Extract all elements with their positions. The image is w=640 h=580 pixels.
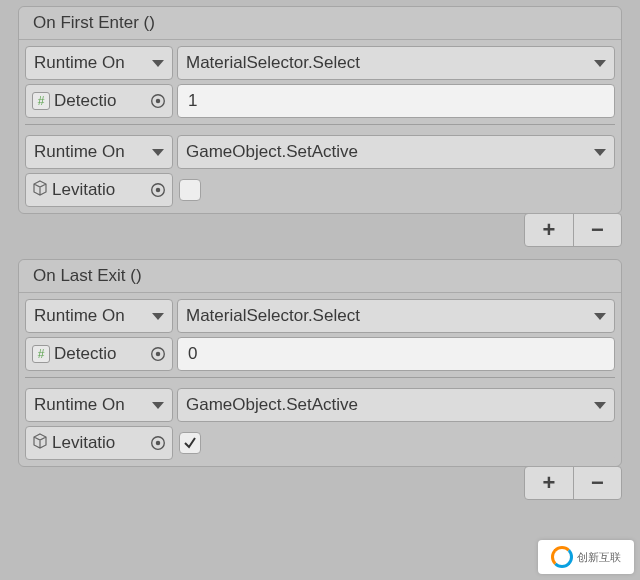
- call-state-dropdown[interactable]: Runtime On: [25, 135, 173, 169]
- chevron-down-icon: [594, 402, 606, 409]
- int-argument-input[interactable]: 1: [177, 84, 615, 118]
- method-label: GameObject.SetActive: [186, 142, 586, 162]
- footer-button-group: + −: [524, 466, 622, 500]
- method-label: GameObject.SetActive: [186, 395, 586, 415]
- event-title: On First Enter (): [33, 13, 155, 32]
- svg-point-7: [156, 441, 161, 446]
- watermark-icon: [551, 546, 573, 568]
- object-picker-icon[interactable]: [148, 180, 168, 200]
- bool-argument-checkbox[interactable]: [179, 179, 201, 201]
- method-dropdown[interactable]: MaterialSelector.Select: [177, 299, 615, 333]
- bool-argument-checkbox[interactable]: [179, 432, 201, 454]
- gameobject-icon: [32, 433, 48, 454]
- event-body: Runtime On MaterialSelector.Select # Det…: [19, 293, 621, 466]
- target-label: Detectio: [54, 91, 144, 111]
- method-label: MaterialSelector.Select: [186, 306, 586, 326]
- script-icon: #: [32, 345, 50, 363]
- chevron-down-icon: [152, 402, 164, 409]
- target-label: Levitatio: [52, 180, 144, 200]
- method-dropdown[interactable]: GameObject.SetActive: [177, 388, 615, 422]
- event-header: On First Enter (): [19, 7, 621, 40]
- chevron-down-icon: [594, 60, 606, 67]
- gameobject-icon: [32, 180, 48, 201]
- method-label: MaterialSelector.Select: [186, 53, 586, 73]
- chevron-down-icon: [152, 60, 164, 67]
- int-argument-value: 0: [188, 344, 197, 364]
- method-dropdown[interactable]: MaterialSelector.Select: [177, 46, 615, 80]
- footer-button-group: + −: [524, 213, 622, 247]
- svg-point-1: [156, 99, 161, 104]
- entry-divider: [25, 124, 615, 125]
- event-entry: Runtime On GameObject.SetActive Levitati…: [25, 388, 615, 460]
- chevron-down-icon: [152, 313, 164, 320]
- event-title: On Last Exit (): [33, 266, 142, 285]
- object-picker-icon[interactable]: [148, 344, 168, 364]
- chevron-down-icon: [594, 149, 606, 156]
- event-header: On Last Exit (): [19, 260, 621, 293]
- watermark-text: 创新互联: [577, 550, 621, 565]
- watermark-badge: 创新互联: [538, 540, 634, 574]
- script-icon: #: [32, 92, 50, 110]
- remove-entry-button[interactable]: −: [573, 214, 621, 246]
- call-state-label: Runtime On: [34, 53, 144, 73]
- event-panel-last-exit: On Last Exit () Runtime On MaterialSelec…: [18, 259, 622, 467]
- object-picker-icon[interactable]: [148, 91, 168, 111]
- add-entry-button[interactable]: +: [525, 467, 573, 499]
- call-state-dropdown[interactable]: Runtime On: [25, 299, 173, 333]
- call-state-label: Runtime On: [34, 306, 144, 326]
- event-entry: Runtime On GameObject.SetActive Levitati…: [25, 135, 615, 207]
- svg-point-3: [156, 188, 161, 193]
- event-body: Runtime On MaterialSelector.Select # Det…: [19, 40, 621, 213]
- remove-entry-button[interactable]: −: [573, 467, 621, 499]
- event-entry: Runtime On MaterialSelector.Select # Det…: [25, 299, 615, 371]
- target-object-field[interactable]: # Detectio: [25, 84, 173, 118]
- event-footer: + −: [0, 213, 640, 253]
- event-footer: + −: [0, 466, 640, 506]
- chevron-down-icon: [594, 313, 606, 320]
- chevron-down-icon: [152, 149, 164, 156]
- call-state-label: Runtime On: [34, 142, 144, 162]
- call-state-label: Runtime On: [34, 395, 144, 415]
- target-object-field[interactable]: Levitatio: [25, 426, 173, 460]
- object-picker-icon[interactable]: [148, 433, 168, 453]
- target-object-field[interactable]: # Detectio: [25, 337, 173, 371]
- add-entry-button[interactable]: +: [525, 214, 573, 246]
- event-entry: Runtime On MaterialSelector.Select # Det…: [25, 46, 615, 118]
- int-argument-input[interactable]: 0: [177, 337, 615, 371]
- svg-point-5: [156, 352, 161, 357]
- target-label: Levitatio: [52, 433, 144, 453]
- call-state-dropdown[interactable]: Runtime On: [25, 388, 173, 422]
- method-dropdown[interactable]: GameObject.SetActive: [177, 135, 615, 169]
- target-object-field[interactable]: Levitatio: [25, 173, 173, 207]
- call-state-dropdown[interactable]: Runtime On: [25, 46, 173, 80]
- entry-divider: [25, 377, 615, 378]
- int-argument-value: 1: [188, 91, 197, 111]
- target-label: Detectio: [54, 344, 144, 364]
- event-panel-first-enter: On First Enter () Runtime On MaterialSel…: [18, 6, 622, 214]
